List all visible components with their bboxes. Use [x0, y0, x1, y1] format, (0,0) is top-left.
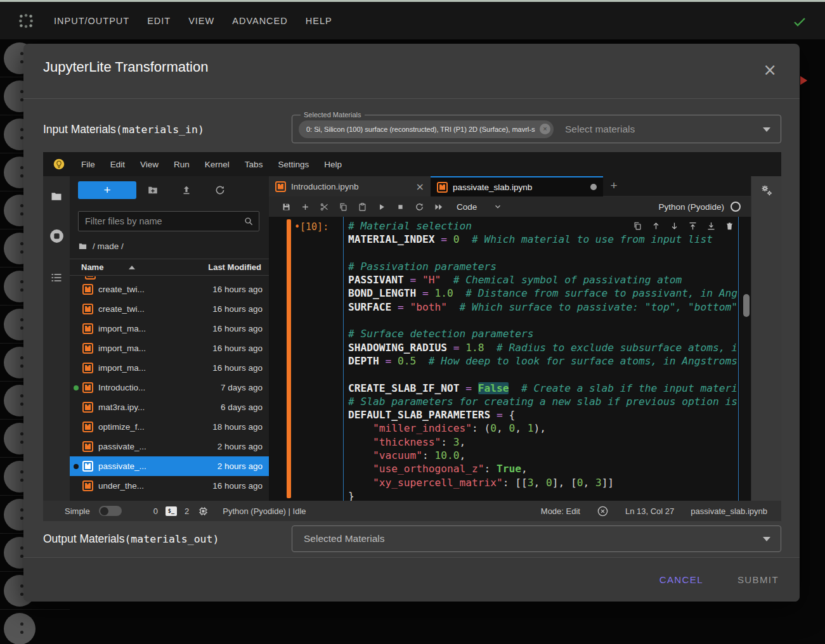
- tab-introduction[interactable]: Introduction.ipynb ×: [269, 176, 431, 196]
- code-line[interactable]: "thickness": 3,: [348, 435, 738, 449]
- file-row[interactable]: Introductio... 7 days ago: [70, 378, 269, 397]
- file-row[interactable]: mat3ra.ipy... 6 days ago: [70, 397, 269, 417]
- column-last-modified[interactable]: Last Modified: [208, 262, 261, 272]
- interrupt-kernel-icon[interactable]: [391, 201, 410, 212]
- material-chip[interactable]: 0: Si, Silicon (100) surface (reconstruc…: [299, 120, 554, 138]
- menu-edit[interactable]: EDIT: [147, 16, 171, 26]
- code-editor[interactable]: # Material selectionMATERIAL_INDEX = 0 #…: [343, 217, 739, 501]
- jp-menu-tabs[interactable]: Tabs: [237, 160, 271, 169]
- tab-passivate-slab[interactable]: passivate_slab.ipynb: [431, 176, 603, 196]
- jp-menu-settings[interactable]: Settings: [270, 160, 316, 169]
- menu-help[interactable]: HELP: [306, 16, 332, 26]
- duplicate-cell-icon[interactable]: [632, 221, 642, 231]
- output-materials-select[interactable]: Selected Materials: [292, 525, 781, 552]
- active-file-name[interactable]: passivate_slab.ipynb: [691, 506, 767, 516]
- running-sessions-icon[interactable]: [49, 228, 65, 244]
- jp-menu-edit[interactable]: Edit: [103, 160, 133, 169]
- insert-cell-above-icon[interactable]: [687, 221, 698, 231]
- breadcrumb-path[interactable]: / made /: [93, 242, 124, 251]
- settings-gears-icon[interactable]: [760, 184, 774, 198]
- insert-cell-below-icon[interactable]: [706, 221, 716, 231]
- tab-close-icon[interactable]: ×: [416, 181, 424, 193]
- simple-mode-toggle[interactable]: [99, 506, 122, 516]
- input-materials-select[interactable]: Selected Materials 0: Si, Silicon (100) …: [292, 115, 781, 143]
- cell-type-select[interactable]: Code: [457, 202, 477, 212]
- code-line[interactable]: [348, 314, 738, 327]
- submit-button[interactable]: SUBMIT: [737, 574, 779, 585]
- sort-ascending-icon[interactable]: [129, 266, 135, 269]
- chip-remove-icon[interactable]: ×: [540, 124, 550, 134]
- code-line[interactable]: # Passivation parameters: [348, 260, 738, 273]
- code-line[interactable]: SURFACE = "both" # Which surface to pass…: [348, 300, 738, 314]
- jp-menu-help[interactable]: Help: [316, 160, 349, 169]
- code-line[interactable]: "vacuum": 10.0,: [348, 449, 738, 462]
- check-icon[interactable]: [792, 14, 807, 29]
- jp-menu-run[interactable]: Run: [166, 160, 197, 169]
- code-line[interactable]: DEPTH = 0.5 # How deep to look for surfa…: [348, 354, 738, 368]
- file-row[interactable]: create_twi... 16 hours ago: [70, 280, 269, 299]
- scrollbar-thumb[interactable]: [743, 294, 750, 317]
- table-of-contents-icon[interactable]: [50, 271, 63, 284]
- code-line[interactable]: PASSIVANT = "H" # Chemical symbol of pas…: [348, 273, 738, 287]
- chevron-down-icon[interactable]: [493, 202, 502, 211]
- kernel-status-icon[interactable]: [731, 202, 741, 212]
- code-line[interactable]: DEFAULT_SLAB_PARAMETERS = {: [348, 408, 738, 422]
- move-cell-up-icon[interactable]: [651, 221, 661, 231]
- restart-kernel-icon[interactable]: [410, 201, 429, 212]
- editor-mode[interactable]: Mode: Edit: [541, 506, 580, 516]
- refresh-icon[interactable]: [214, 184, 226, 196]
- breadcrumb[interactable]: / made /: [78, 240, 124, 252]
- code-line[interactable]: MATERIAL_INDEX = 0 # Which material to u…: [348, 233, 738, 246]
- drag-handle-knob[interactable]: [4, 613, 36, 644]
- menu-view[interactable]: VIEW: [188, 16, 214, 26]
- cursor-position[interactable]: Ln 13, Col 27: [625, 506, 674, 516]
- file-row[interactable]: import_ma... 16 hours ago: [70, 358, 269, 378]
- jp-menu-file[interactable]: File: [74, 160, 103, 169]
- file-row[interactable]: passivate_... 2 hours ago: [70, 437, 269, 456]
- code-line[interactable]: # Slab parameters for creating a new sla…: [348, 395, 738, 408]
- cut-cells-icon[interactable]: [315, 201, 334, 212]
- cell-collapse-bar[interactable]: [287, 219, 291, 498]
- code-line[interactable]: }: [348, 489, 738, 501]
- new-folder-icon[interactable]: [147, 184, 159, 196]
- new-tab-button[interactable]: +: [603, 176, 625, 196]
- code-line[interactable]: "xy_supercell_matrix": [[3, 0], [0, 3]]: [348, 476, 738, 489]
- code-line[interactable]: [348, 247, 738, 260]
- add-cell-icon[interactable]: [296, 201, 315, 212]
- code-line[interactable]: [348, 368, 738, 381]
- run-cell-icon[interactable]: [372, 201, 391, 212]
- file-row[interactable]: under_the... 16 hours ago: [70, 476, 269, 496]
- code-line[interactable]: "miller_indices": (0, 0, 1),: [348, 422, 738, 435]
- code-line[interactable]: CREATE_SLAB_IF_NOT = False # Create a sl…: [348, 382, 738, 395]
- restart-run-all-icon[interactable]: [429, 201, 448, 212]
- file-browser-icon[interactable]: [50, 190, 63, 203]
- column-name[interactable]: Name: [81, 262, 103, 272]
- close-icon[interactable]: ×: [763, 61, 777, 78]
- menu-input-output[interactable]: INPUT/OUTPUT: [54, 16, 129, 26]
- code-line[interactable]: # Surface detection parameters: [348, 327, 738, 340]
- upload-icon[interactable]: [181, 184, 192, 196]
- chevron-down-icon[interactable]: [763, 127, 770, 132]
- copy-cells-icon[interactable]: [334, 201, 353, 212]
- file-row[interactable]: import_ma... 16 hours ago: [70, 338, 269, 358]
- filter-files-input[interactable]: Filter files by name: [78, 211, 259, 231]
- code-line[interactable]: "use_orthogonal_z": True,: [348, 462, 738, 475]
- kernel-name-button[interactable]: Python (Pyodide): [658, 202, 724, 212]
- kernel-state[interactable]: Python (Pyodide) | Idle: [223, 506, 306, 516]
- cancel-button[interactable]: CANCEL: [659, 574, 703, 585]
- code-line[interactable]: BOND_LENGTH = 1.0 # Distance from surfac…: [348, 287, 738, 300]
- kernel-count[interactable]: 2: [185, 506, 189, 516]
- jp-menu-kernel[interactable]: Kernel: [197, 160, 237, 169]
- app-dots-logo[interactable]: [18, 13, 34, 29]
- save-icon[interactable]: [276, 201, 296, 212]
- paste-cells-icon[interactable]: [353, 201, 372, 212]
- chevron-down-icon[interactable]: [763, 537, 770, 541]
- folder-icon[interactable]: [78, 242, 88, 251]
- file-row[interactable]: optimize_f... 18 hours ago: [70, 417, 269, 437]
- move-cell-down-icon[interactable]: [669, 221, 679, 231]
- file-row[interactable]: passivate_... 2 hours ago: [70, 456, 269, 476]
- terminal-count[interactable]: 0: [153, 506, 158, 516]
- delete-cell-icon[interactable]: [724, 221, 734, 231]
- menu-advanced[interactable]: ADVANCED: [232, 16, 288, 26]
- not-trusted-icon[interactable]: [597, 505, 609, 517]
